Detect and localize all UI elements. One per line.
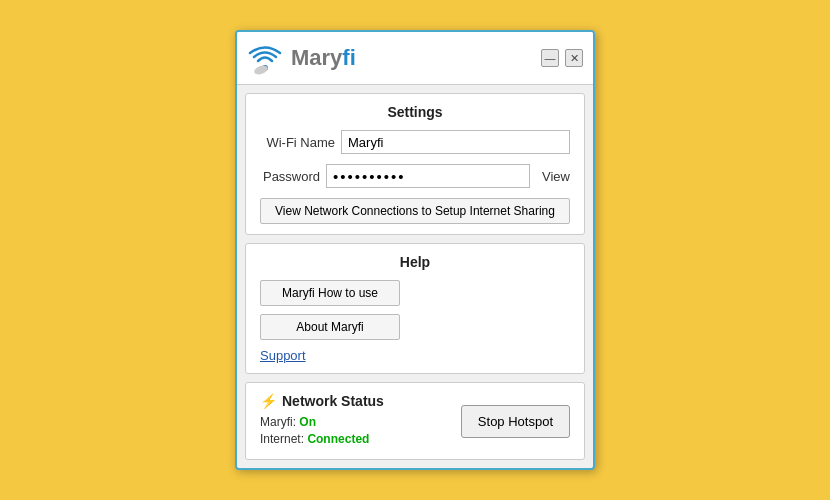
settings-section: Settings Wi-Fi Name Password View View N…	[245, 93, 585, 235]
network-status-section: ⚡ Network Status Maryfi: On Internet: Co…	[245, 382, 585, 460]
settings-title: Settings	[260, 104, 570, 120]
wifi-name-input[interactable]	[341, 130, 570, 154]
support-link[interactable]: Support	[260, 348, 306, 363]
wifi-name-row: Wi-Fi Name	[260, 130, 570, 154]
stop-hotspot-button[interactable]: Stop Hotspot	[461, 405, 570, 438]
password-row: Password View	[260, 164, 570, 188]
lightning-icon: ⚡	[260, 393, 277, 409]
about-button[interactable]: About Maryfi	[260, 314, 400, 340]
maryfi-status-row: Maryfi: On	[260, 415, 461, 429]
wifi-name-label: Wi-Fi Name	[260, 135, 335, 150]
wifi-logo-icon	[247, 40, 283, 76]
maryfi-status-value: On	[299, 415, 316, 429]
how-to-use-button[interactable]: Maryfi How to use	[260, 280, 400, 306]
internet-status-value: Connected	[307, 432, 369, 446]
help-section: Help Maryfi How to use About Maryfi Supp…	[245, 243, 585, 374]
password-label: Password	[260, 169, 320, 184]
title-bar: Maryfi — ✕	[237, 32, 593, 85]
main-window: Maryfi — ✕ Settings Wi-Fi Name Password …	[235, 30, 595, 470]
status-info: ⚡ Network Status Maryfi: On Internet: Co…	[260, 393, 461, 449]
network-status-title: ⚡ Network Status	[260, 393, 461, 409]
internet-status-row: Internet: Connected	[260, 432, 461, 446]
window-controls: — ✕	[541, 49, 583, 67]
password-input[interactable]	[326, 164, 530, 188]
close-button[interactable]: ✕	[565, 49, 583, 67]
network-connections-button[interactable]: View Network Connections to Setup Intern…	[260, 198, 570, 224]
help-title: Help	[260, 254, 570, 270]
minimize-button[interactable]: —	[541, 49, 559, 67]
view-password-link[interactable]: View	[542, 169, 570, 184]
logo-text: Maryfi	[291, 45, 533, 71]
